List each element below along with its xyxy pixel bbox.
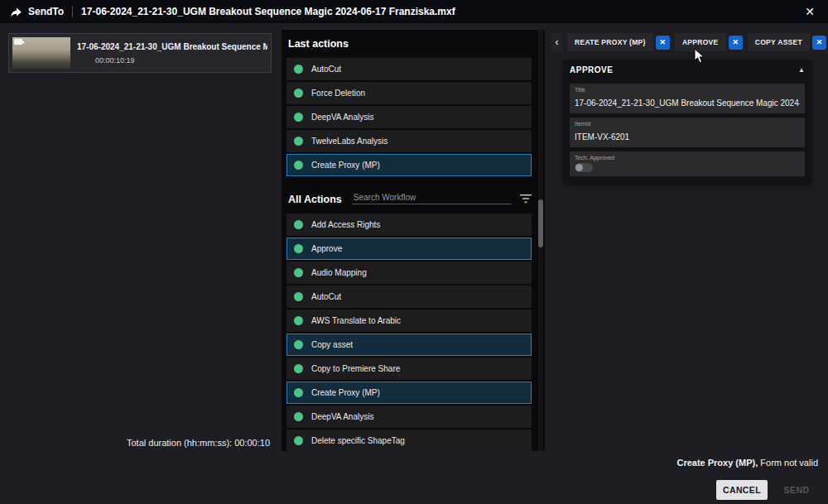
all-actions-list: Add Access Rights Approve Audio Mapping …: [286, 214, 532, 451]
dialog-title: 17-06-2024_21-21-30_UGM Breakout Sequenc…: [81, 6, 802, 17]
collapse-icon: ▲: [798, 66, 805, 74]
action-item-label: Force Deletion: [311, 89, 365, 98]
title-input[interactable]: [575, 98, 800, 108]
sendto-icon: [10, 6, 22, 18]
status-dot-icon: [294, 268, 303, 277]
scrollbar-thumb[interactable]: [538, 199, 543, 247]
dialog-header: SendTo 17-06-2024_21-21-30_UGM Breakout …: [0, 0, 828, 23]
action-item-label: DeepVA Analysis: [311, 113, 373, 122]
itemid-field[interactable]: Itemid: [570, 118, 805, 147]
filter-icon[interactable]: [520, 194, 532, 204]
action-item-label: AWS Translate to Arabic: [311, 316, 401, 325]
all-actions-header: All Actions: [288, 191, 532, 205]
action-item[interactable]: Approve: [286, 238, 532, 260]
status-dot-icon: [294, 220, 303, 229]
title-field-label: Title: [575, 87, 800, 93]
workflow-chip-label: REATE PROXY (MP): [567, 33, 653, 51]
form-status-text: Create Proxy (MP), Form not valid: [676, 458, 818, 468]
title-divider: [72, 6, 73, 17]
action-item-label: Audio Mapping: [311, 268, 367, 277]
sendto-dialog: SendTo 17-06-2024_21-21-30_UGM Breakout …: [0, 0, 828, 504]
asset-title: 17-06-2024_21-21-30_UGM Breakout Sequenc…: [77, 42, 267, 51]
action-item-label: Approve: [311, 244, 342, 253]
action-item[interactable]: AutoCut: [286, 286, 532, 308]
asset-meta: 17-06-2024_21-21-30_UGM Breakout Sequenc…: [77, 42, 267, 65]
status-dot-icon: [294, 89, 303, 98]
approve-form-title: APPROVE: [570, 65, 613, 74]
status-dot-icon: [294, 113, 303, 122]
workflow-chip[interactable]: APPROVE ✕: [675, 33, 743, 51]
itemid-input[interactable]: [575, 132, 800, 142]
status-dot-icon: [294, 436, 303, 445]
status-dot-icon: [294, 65, 303, 74]
remove-chip-icon[interactable]: ✕: [812, 36, 826, 50]
chips-container: REATE PROXY (MP) ✕ APPROVE ✕ COPY ASSET …: [562, 33, 826, 51]
action-item-label: Copy asset: [311, 340, 353, 349]
action-item-label: Create Proxy (MP): [311, 388, 380, 397]
status-dot-icon: [294, 364, 303, 373]
title-field[interactable]: Title: [570, 84, 805, 113]
status-dot-icon: [294, 161, 303, 170]
action-item-label: AutoCut: [311, 292, 341, 301]
asset-card[interactable]: 17-06-2024_21-21-30_UGM Breakout Sequenc…: [8, 33, 272, 73]
remove-chip-icon[interactable]: ✕: [729, 36, 743, 50]
last-actions-list: AutoCut Force Deletion DeepVA Analysis T…: [286, 58, 532, 176]
workflow-chip-label: COPY ASSET: [748, 33, 810, 51]
tech-approved-toggle[interactable]: [575, 163, 593, 172]
selected-workflows-row: ‹ REATE PROXY (MP) ✕ APPROVE ✕ COPY ASSE…: [551, 33, 820, 51]
status-dot-icon: [294, 388, 303, 397]
action-item-label: TwelveLabs Analysis: [311, 137, 388, 146]
action-item[interactable]: DeepVA Analysis: [286, 406, 532, 428]
action-item[interactable]: TwelveLabs Analysis: [286, 130, 532, 152]
status-dot-icon: [294, 340, 303, 349]
status-dot-icon: [294, 244, 303, 253]
asset-duration: 00:00:10:19: [95, 56, 267, 65]
approve-form-header[interactable]: APPROVE ▲: [563, 60, 811, 79]
action-item-label: Delete specific ShapeTag: [311, 436, 405, 445]
search-input[interactable]: [352, 191, 512, 204]
camera-icon: [14, 39, 22, 45]
chevron-left-icon[interactable]: ‹: [551, 33, 562, 51]
action-item[interactable]: Copy to Premiere Share: [286, 358, 532, 380]
action-item[interactable]: DeepVA Analysis: [286, 106, 532, 128]
action-item-label: Add Access Rights: [311, 220, 380, 229]
status-dot-icon: [294, 412, 303, 421]
action-item[interactable]: AWS Translate to Arabic: [286, 310, 532, 332]
itemid-field-label: Itemid: [575, 121, 800, 127]
all-actions-heading: All Actions: [288, 194, 342, 205]
action-item[interactable]: Add Access Rights: [286, 214, 532, 236]
action-item-label: AutoCut: [311, 65, 341, 74]
workflow-chip[interactable]: REATE PROXY (MP) ✕: [567, 33, 670, 51]
close-icon[interactable]: ✕: [802, 4, 818, 19]
form-status-workflow: Create Proxy (MP),: [676, 458, 758, 468]
app-label: SendTo: [28, 6, 64, 17]
action-item[interactable]: Force Deletion: [286, 82, 532, 104]
tech-approved-label: Tech. Approved: [575, 155, 800, 161]
status-dot-icon: [294, 316, 303, 325]
asset-thumbnail: [12, 37, 70, 69]
tech-approved-field: Tech. Approved: [570, 151, 805, 176]
action-item-label: Create Proxy (MP): [311, 161, 380, 170]
action-item-label: DeepVA Analysis: [311, 412, 373, 421]
approve-form: APPROVE ▲ Title Itemid Tech. Approved: [563, 60, 811, 183]
total-duration-label: Total duration (hh:mm:ss): 00:00:10: [8, 438, 270, 448]
workflow-chip-label: APPROVE: [675, 33, 726, 51]
scrollbar-track[interactable]: [538, 30, 543, 451]
action-item[interactable]: Copy asset: [286, 334, 532, 356]
actions-panel: Last actions AutoCut Force Deletion Deep…: [282, 30, 545, 451]
cancel-button[interactable]: CANCEL: [716, 480, 768, 500]
toggle-knob: [575, 164, 583, 171]
action-item-label: Copy to Premiere Share: [311, 364, 400, 373]
action-item[interactable]: Create Proxy (MP): [286, 154, 532, 176]
remove-chip-icon[interactable]: ✕: [656, 36, 670, 50]
status-dot-icon: [294, 137, 303, 146]
form-status-message: Form not valid: [758, 458, 818, 468]
action-item[interactable]: Audio Mapping: [286, 262, 532, 284]
action-item[interactable]: Create Proxy (MP): [286, 382, 532, 404]
action-item[interactable]: AutoCut: [286, 58, 532, 80]
workflow-chip[interactable]: COPY ASSET ✕: [748, 33, 826, 51]
action-item[interactable]: Delete specific ShapeTag: [286, 430, 532, 451]
last-actions-heading: Last actions: [288, 38, 532, 50]
send-button[interactable]: SEND: [775, 480, 818, 500]
status-dot-icon: [294, 292, 303, 301]
